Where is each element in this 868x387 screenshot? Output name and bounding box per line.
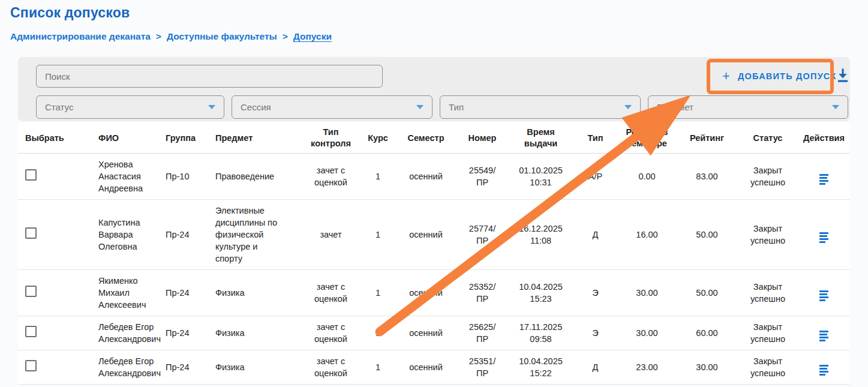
admissions-table: ВыбратьФИОГруппаПредметТип контроляКурсС… xyxy=(18,123,850,385)
cell-control_type: зачет xyxy=(302,200,360,270)
column-header: Тип контроля xyxy=(302,123,360,154)
breadcrumb-item[interactable]: Доступные факультеты xyxy=(167,31,277,42)
row-actions-icon[interactable] xyxy=(818,289,830,302)
filter-select-type[interactable]: Тип xyxy=(440,95,641,119)
cell-subject: Физика xyxy=(213,316,302,350)
cell-semester_rating: 30.00 xyxy=(618,316,676,350)
column-header: Рейтинг в семестре xyxy=(618,123,676,154)
table-row: Лебедев Егор АлександровичПр-24Физиказач… xyxy=(18,350,850,385)
row-checkbox[interactable] xyxy=(25,326,37,337)
filter-panel: + ДОБАВИТЬ ДОПУСК СтатусСессияТипПредмет xyxy=(18,57,850,121)
cell-status: Закрыт успешно xyxy=(738,200,798,270)
cell-fio: Якименко Михаил Алексеевич xyxy=(96,270,163,316)
column-header: Выбрать xyxy=(18,123,96,154)
row-checkbox[interactable] xyxy=(25,286,37,297)
column-header: Предмет xyxy=(213,123,302,154)
caret-down-icon xyxy=(416,105,424,109)
search-input[interactable] xyxy=(45,71,374,82)
cell-issue_time: 10.04.2025 15:23 xyxy=(509,270,573,316)
cell-semester: осенний xyxy=(396,154,456,200)
cell-number: 25774/ ПР xyxy=(456,200,509,270)
cell-course: 1 xyxy=(360,270,396,316)
breadcrumb-item[interactable]: Допуски xyxy=(293,31,332,42)
cell-issue_time: 17.11.2025 09:58 xyxy=(509,316,573,350)
cell-status: Закрыт успешно xyxy=(738,270,798,316)
cell-fio: Капустина Варвара Олеговна xyxy=(96,200,163,270)
table-row: Хренова Анастасия АндреевнаПр-10Правовед… xyxy=(18,154,850,200)
cell-control_type: зачет с оценкой xyxy=(302,270,360,316)
column-header: Группа xyxy=(163,123,213,154)
plus-icon: + xyxy=(722,70,731,83)
cell-fio: Лебедев Егор Александрович xyxy=(96,316,163,350)
add-admission-label: ДОБАВИТЬ ДОПУСК xyxy=(738,71,837,81)
cell-status: Закрыт успешно xyxy=(738,154,798,200)
filter-label: Тип xyxy=(449,102,464,112)
row-checkbox[interactable] xyxy=(25,227,37,239)
column-header: Статус xyxy=(738,123,798,154)
cell-type: Э xyxy=(573,316,618,350)
cell-rating: 60.00 xyxy=(676,316,738,350)
cell-group: Пр-24 xyxy=(163,316,213,350)
cell-subject: Физика xyxy=(213,270,302,316)
column-header: Действия xyxy=(798,123,850,154)
table-row: Капустина Варвара ОлеговнаПр-24Элективны… xyxy=(18,200,850,270)
cell-fio: Хренова Анастасия Андреевна xyxy=(96,154,163,200)
cell-fio: Лебедев Егор Александрович xyxy=(96,350,163,385)
filters-row: СтатусСессияТипПредмет xyxy=(36,95,848,119)
column-header: Рейтинг xyxy=(676,123,738,154)
cell-semester: осенний xyxy=(396,270,456,316)
cell-semester_rating: 23.00 xyxy=(618,350,676,385)
download-button[interactable] xyxy=(834,66,852,86)
cell-semester_rating: 0.00 xyxy=(618,154,676,200)
row-actions-icon[interactable] xyxy=(818,173,830,186)
cell-number: 25351/ ПР xyxy=(456,350,509,385)
cell-type: Д xyxy=(573,350,618,385)
cell-type: Э xyxy=(573,270,618,316)
filter-label: Статус xyxy=(45,102,73,112)
cell-course: 1 xyxy=(360,350,396,385)
cell-type: Д xyxy=(573,200,618,270)
column-header: ФИО xyxy=(96,123,163,154)
cell-rating: 83.00 xyxy=(676,154,738,200)
cell-semester: осенний xyxy=(396,200,456,270)
filter-select-subject[interactable]: Предмет xyxy=(648,95,848,119)
cell-control_type: зачет с оценкой xyxy=(302,154,360,200)
page-title: Список допусков xyxy=(10,5,130,21)
breadcrumb-item[interactable]: Администрирование деканата xyxy=(10,31,151,42)
cell-course: 1 xyxy=(360,316,396,350)
row-checkbox[interactable] xyxy=(25,360,37,371)
cell-group: Пр-24 xyxy=(163,270,213,316)
cell-status: Закрыт успешно xyxy=(738,350,798,385)
cell-group: Пр-24 xyxy=(163,350,213,385)
cell-control_type: зачет с оценкой xyxy=(302,316,360,350)
row-actions-icon[interactable] xyxy=(818,329,830,343)
filter-select-session[interactable]: Сессия xyxy=(232,95,433,119)
row-checkbox[interactable] xyxy=(25,169,37,181)
filter-label: Предмет xyxy=(657,102,693,112)
filter-select-status[interactable]: Статус xyxy=(36,95,224,119)
cell-issue_time: 16.12.2025 11:08 xyxy=(509,200,573,270)
table-row: Лебедев Егор АлександровичПр-24Физиказач… xyxy=(18,316,850,350)
cell-rating: 50.00 xyxy=(676,200,738,270)
cell-semester: осенний xyxy=(396,316,456,350)
cell-semester: осенний xyxy=(396,350,456,385)
column-header: Время выдачи xyxy=(509,123,573,154)
search-field[interactable] xyxy=(36,65,383,88)
cell-subject: Правоведение xyxy=(213,154,302,200)
caret-down-icon xyxy=(208,105,215,109)
column-header: Семестр xyxy=(396,123,456,154)
download-icon xyxy=(835,67,851,84)
filter-label: Сессия xyxy=(241,102,271,112)
cell-number: 25352/ ПР xyxy=(456,270,509,316)
cell-course: 1 xyxy=(360,154,396,200)
row-actions-icon[interactable] xyxy=(818,231,830,244)
row-actions-icon[interactable] xyxy=(818,364,830,377)
cell-control_type: зачет с оценкой xyxy=(302,350,360,385)
add-admission-button[interactable]: + ДОБАВИТЬ ДОПУСК xyxy=(714,67,845,86)
cell-status: Закрыт успешно xyxy=(738,316,798,350)
cell-rating: 30.00 xyxy=(676,350,738,385)
cell-group: Пр-24 xyxy=(163,200,213,270)
caret-down-icon xyxy=(832,105,839,109)
cell-issue_time: 01.10.2025 10:31 xyxy=(509,154,573,200)
breadcrumb-separator: > xyxy=(283,31,288,42)
